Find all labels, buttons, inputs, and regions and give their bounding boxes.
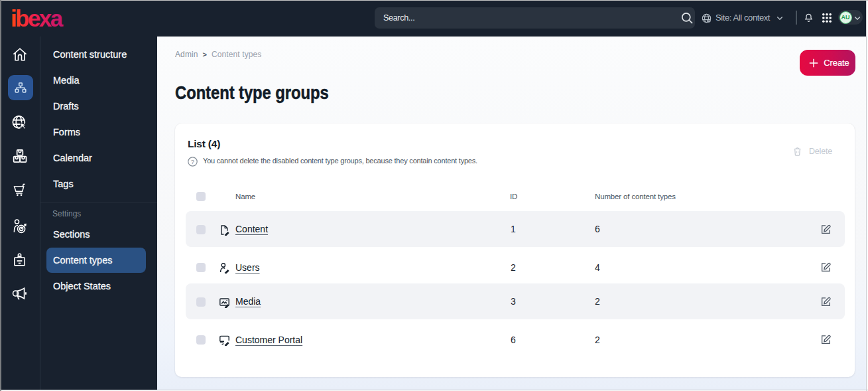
svg-text:?: ?: [191, 158, 194, 165]
svg-text:ibexa: ibexa: [11, 8, 64, 31]
